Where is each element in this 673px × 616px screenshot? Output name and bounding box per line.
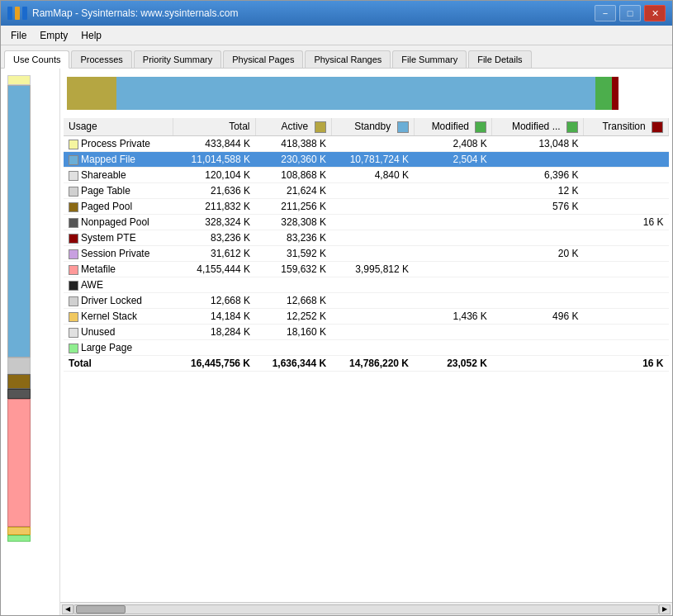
minimize-button[interactable]: − [595,5,616,21]
cell-active: 1,636,344 K [255,355,331,371]
cell-usage-name: Kernel Stack [64,308,173,324]
cell-modified2 [492,230,584,245]
tab-file-summary[interactable]: File Summary [392,50,467,68]
cell-modified [414,245,492,261]
cell-active: 12,668 K [255,292,331,308]
cell-active: 18,160 K [255,324,331,339]
usage-color-box [69,312,78,322]
menu-file[interactable]: File [4,28,33,43]
table-row[interactable]: Paged Pool211,832 K211,256 K576 K [64,198,669,214]
table-row[interactable]: Process Private433,844 K418,388 K2,408 K… [64,135,669,151]
maximize-button[interactable]: □ [619,5,641,21]
tab-processes[interactable]: Processes [71,50,131,68]
usage-name-label: Mapped File [81,154,135,165]
cell-usage-name: Mapped File [64,151,173,167]
active-color-swatch [315,121,326,133]
app-icon [7,7,27,20]
cell-transition [583,230,668,245]
horizontal-scrollbar[interactable]: ◀ ▶ [60,602,672,615]
cell-modified: 1,436 K [414,308,492,324]
cell-modified [414,182,492,198]
cell-active: 418,388 K [255,135,331,151]
cell-transition [583,151,668,167]
cell-standby [331,324,414,339]
usage-name-label: System PTE [81,232,136,244]
table-row[interactable]: Page Table21,636 K21,624 K12 K [64,182,669,198]
table-row[interactable]: Large Page [64,339,669,355]
tab-priority-summary[interactable]: Priority Summary [134,50,221,68]
table-row[interactable]: Metafile4,155,444 K159,632 K3,995,812 K [64,261,669,277]
menu-help[interactable]: Help [74,28,108,43]
sidebar-bar-kernel-stack [7,527,31,535]
chart-area [60,69,672,118]
usage-color-box [69,249,78,259]
cell-modified [414,261,492,277]
table-row[interactable]: Unused18,284 K18,160 K [64,324,669,339]
modified-color-swatch [475,121,486,133]
icon-bar3 [22,7,27,20]
tab-physical-pages[interactable]: Physical Pages [223,50,303,68]
title-bar: RamMap - Sysinternals: www.sysinternals.… [1,1,672,26]
sidebar-bar-paged-pool [7,374,31,389]
table-container[interactable]: Usage Total Active Standby Modified [60,118,672,602]
cell-modified2 [492,355,584,371]
cell-modified2 [492,339,584,355]
cell-modified2: 6,396 K [492,167,584,182]
chart-bar [67,77,645,110]
table-row[interactable]: Total16,445,756 K1,636,344 K14,786,220 K… [64,355,669,371]
table-row[interactable]: Session Private31,612 K31,592 K20 K [64,245,669,261]
cell-transition [583,261,668,277]
table-row[interactable]: AWE [64,277,669,292]
main-window: RamMap - Sysinternals: www.sysinternals.… [0,0,673,616]
usage-name-label: AWE [81,279,103,291]
cell-modified2: 496 K [492,308,584,324]
usage-color-box [69,155,78,165]
table-row[interactable]: System PTE83,236 K83,236 K [64,230,669,245]
cell-modified: 2,408 K [414,135,492,151]
modified2-color-swatch [566,121,578,133]
sidebar-bar-nonpaged-pool [7,389,31,399]
tab-file-details[interactable]: File Details [468,50,531,68]
scroll-thumb[interactable] [76,605,126,614]
cell-transition [583,324,668,339]
cell-active: 21,624 K [255,182,331,198]
table-row[interactable]: Driver Locked12,668 K12,668 K [64,292,669,308]
chart-segment-modified [595,77,612,110]
scroll-right-button[interactable]: ▶ [659,604,671,614]
tab-use-counts[interactable]: Use Counts [4,50,69,69]
usage-name-label: Page Table [81,185,130,197]
close-button[interactable]: ✕ [644,5,666,21]
usage-color-box [69,140,78,149]
menu-empty[interactable]: Empty [33,28,74,43]
cell-usage-name: Page Table [64,182,173,198]
cell-total: 120,104 K [173,167,255,182]
scroll-left-button[interactable]: ◀ [62,604,73,614]
cell-modified [414,214,492,230]
col-header-usage: Usage [64,118,173,135]
usage-name-label: Driver Locked [81,295,142,306]
sidebar-bars [7,75,53,609]
scroll-track[interactable] [73,604,659,614]
cell-standby [331,292,414,308]
table-row[interactable]: Nonpaged Pool328,324 K328,308 K16 K [64,214,669,230]
transition-color-swatch [652,121,663,133]
cell-transition [583,245,668,261]
table-row[interactable]: Mapped File11,014,588 K230,360 K10,781,7… [64,151,669,167]
cell-standby [331,339,414,355]
tab-physical-ranges[interactable]: Physical Ranges [305,50,391,68]
cell-usage-name: Nonpaged Pool [64,214,173,230]
usage-name-label: Total [69,358,92,369]
cell-total: 12,668 K [173,292,255,308]
cell-standby [331,245,414,261]
cell-standby [331,308,414,324]
usage-name-label: Shareable [81,169,126,181]
cell-transition [583,339,668,355]
cell-total: 21,636 K [173,182,255,198]
cell-active: 159,632 K [255,261,331,277]
cell-total: 11,014,588 K [173,151,255,167]
cell-standby: 3,995,812 K [331,261,414,277]
table-row[interactable]: Shareable120,104 K108,868 K4,840 K6,396 … [64,167,669,182]
table-row[interactable]: Kernel Stack14,184 K12,252 K1,436 K496 K [64,308,669,324]
usage-name-label: Metafile [81,263,116,275]
usage-color-box [69,218,78,228]
